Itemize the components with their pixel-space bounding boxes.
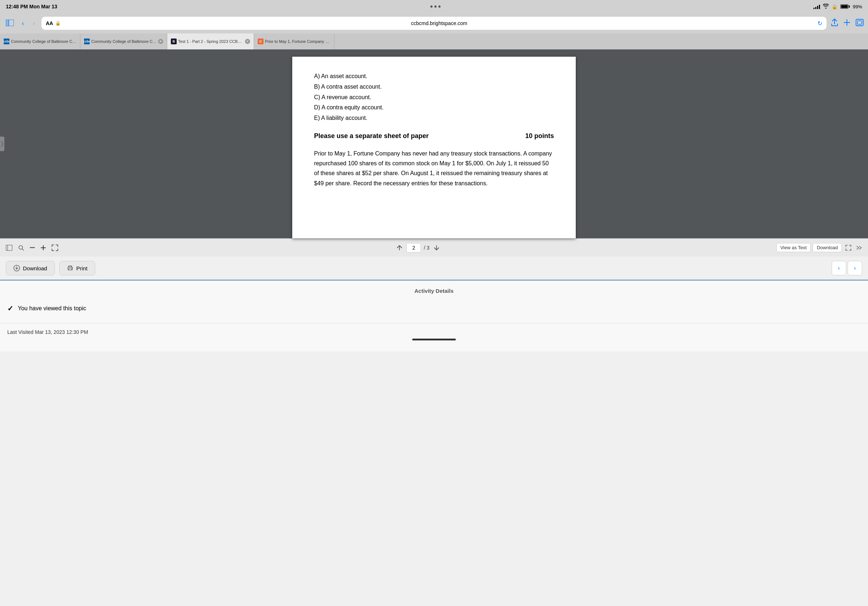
share-icon — [831, 19, 838, 26]
chevrons-right-icon — [856, 245, 862, 251]
prev-page-button[interactable] — [395, 244, 403, 252]
address-bar[interactable]: AA 🔒 ccbcmd.brightspace.com ↻ — [42, 17, 826, 30]
bottom-bar-left: Download Print — [6, 261, 95, 275]
pdf-toolbar: / 3 View as Text Download — [0, 238, 868, 257]
fit-page-button[interactable] — [50, 243, 60, 252]
pdf-question: Prior to May 1, Fortune Company has neve… — [314, 148, 554, 188]
pdf-choices: A) An asset account.B) A contra asset ac… — [314, 71, 554, 124]
tab-label-test: Test 1 - Part 2 - Spring 2023 CCBC A... — [178, 39, 243, 43]
status-time: 12:48 PM Mon Mar 13 — [6, 4, 57, 9]
browser-chrome: ‹ › AA 🔒 ccbcmd.brightspace.com ↻ — [0, 13, 868, 33]
search-icon — [18, 245, 24, 251]
bottom-bar: Download Print ‹ › — [0, 257, 868, 280]
pdf-page: A) An asset account.B) A contra asset ac… — [292, 57, 576, 238]
add-icon — [843, 19, 851, 26]
sidebar-toggle-icon — [6, 20, 14, 26]
more-options-button[interactable] — [855, 243, 863, 252]
fullscreen-button[interactable] — [844, 243, 853, 252]
status-bar: 12:48 PM Mon Mar 13 🔒 99% — [0, 0, 868, 13]
prev-content-button[interactable]: ‹ — [832, 261, 846, 275]
tab-icon-claude: C — [258, 39, 264, 44]
battery-percent: 99% — [853, 4, 862, 9]
share-button[interactable] — [831, 19, 838, 28]
tab-label-claude: Prior to May 1, Fortune Company has... — [265, 39, 330, 43]
pdf-sidebar-handle[interactable] — [0, 137, 5, 151]
activity-section: Activity Details ✓ You have viewed this … — [0, 280, 868, 323]
pdf-toolbar-center: / 3 — [62, 243, 773, 252]
separator-right: 10 points — [525, 132, 554, 140]
search-pdf-button[interactable] — [17, 243, 25, 252]
view-as-text-button[interactable]: View as Text — [777, 243, 811, 252]
sidebar-toggle-pdf-button[interactable] — [5, 243, 14, 252]
refresh-button[interactable]: ↻ — [817, 20, 822, 27]
zoom-out-button[interactable] — [28, 246, 36, 250]
last-visited: Last Visited Mar 13, 2023 12:30 PM — [7, 329, 861, 335]
url-display: ccbcmd.brightspace.com — [63, 20, 815, 26]
add-tab-button[interactable] — [843, 19, 851, 28]
signal-icon — [814, 4, 820, 9]
forward-button[interactable]: › — [31, 19, 37, 28]
tab-close-ccbc-2[interactable]: ✕ — [158, 39, 163, 44]
status-indicators: 🔒 99% — [814, 4, 862, 10]
activity-item-viewed: ✓ You have viewed this topic — [7, 301, 861, 316]
svg-rect-6 — [857, 21, 862, 24]
download-pdf-button[interactable]: Download — [813, 243, 842, 252]
tab-ccbc-2[interactable]: ccbc Community College of Baltimore Cou.… — [80, 33, 167, 49]
tab-icon-test: B — [171, 39, 177, 44]
tabs-overview-icon — [856, 19, 863, 26]
chevron-right-icon — [1, 141, 3, 147]
text-size-aa: AA — [46, 20, 53, 26]
sidebar-toggle-button[interactable] — [5, 18, 15, 29]
pdf-choice: D) A contra equity account. — [314, 102, 554, 113]
bottom-bar-right: ‹ › — [832, 261, 862, 275]
viewed-text: You have viewed this topic — [18, 305, 86, 312]
pdf-choice: B) A contra asset account. — [314, 82, 554, 92]
tab-close-test[interactable]: ✕ — [245, 39, 250, 44]
next-content-button[interactable]: › — [848, 261, 862, 275]
pdf-choice: E) A liability account. — [314, 113, 554, 124]
tab-label-ccbc-1: Community College of Baltimore Cou... — [11, 39, 76, 43]
fullscreen-icon — [845, 245, 851, 251]
tab-test[interactable]: B Test 1 - Part 2 - Spring 2023 CCBC A..… — [167, 33, 254, 49]
svg-rect-0 — [6, 20, 9, 26]
tabs-overview-button[interactable] — [856, 19, 863, 28]
home-bar — [412, 339, 456, 340]
next-page-button[interactable] — [432, 244, 440, 252]
page-number-input[interactable] — [406, 243, 421, 252]
pdf-toolbar-right: View as Text Download — [777, 243, 863, 252]
pdf-choice: A) An asset account. — [314, 71, 554, 82]
svg-rect-7 — [6, 245, 12, 250]
arrow-down-icon — [434, 245, 439, 250]
download-icon — [14, 265, 20, 271]
tab-icon-ccbc-2: ccbc — [84, 39, 90, 44]
wifi-icon — [823, 4, 829, 10]
home-indicator — [7, 339, 861, 340]
lock-icon: 🔒 — [832, 4, 837, 9]
page-total: / 3 — [424, 245, 429, 251]
zoom-in-button[interactable] — [39, 244, 47, 252]
minus-icon — [30, 247, 35, 248]
fit-page-icon — [52, 244, 58, 251]
footer: Last Visited Mar 13, 2023 12:30 PM — [0, 323, 868, 351]
pdf-container: A) An asset account.B) A contra asset ac… — [0, 49, 868, 238]
tabs-bar: ccbc Community College of Baltimore Cou.… — [0, 33, 868, 49]
svg-rect-16 — [69, 269, 71, 270]
pdf-toolbar-left — [5, 243, 60, 252]
tab-icon-ccbc-1: ccbc — [4, 39, 9, 44]
pdf-choice: C) A revenue account. — [314, 92, 554, 103]
status-center-dots — [430, 5, 440, 8]
plus-icon — [41, 245, 46, 250]
tab-claude[interactable]: C Prior to May 1, Fortune Company has... — [254, 33, 335, 49]
tab-ccbc-1[interactable]: ccbc Community College of Baltimore Cou.… — [0, 33, 80, 49]
activity-title: Activity Details — [7, 288, 861, 294]
back-button[interactable]: ‹ — [20, 19, 26, 28]
download-button[interactable]: Download — [6, 261, 55, 275]
pdf-separator: Please use a separate sheet of paper 10 … — [314, 132, 554, 140]
print-button[interactable]: Print — [59, 261, 95, 275]
tab-label-ccbc-2: Community College of Baltimore Cou... — [91, 39, 157, 43]
svg-point-17 — [71, 268, 72, 269]
print-icon — [67, 265, 73, 271]
battery-icon — [840, 5, 850, 9]
browser-actions — [831, 19, 863, 28]
arrow-up-icon — [397, 245, 402, 250]
